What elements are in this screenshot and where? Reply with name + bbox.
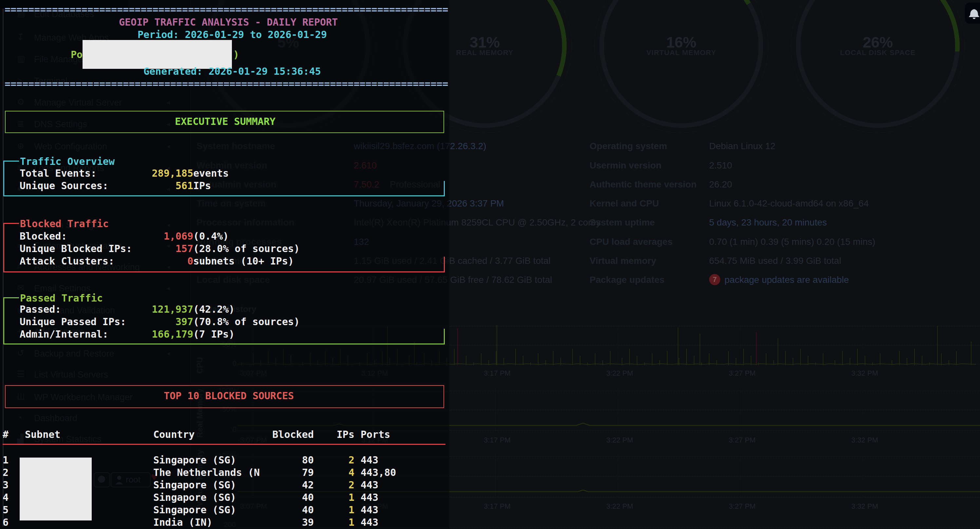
bell-icon (966, 5, 980, 21)
top10-title: TOP 10 BLOCKED SOURCES (164, 390, 294, 402)
package-updates-badge: 7 (709, 274, 720, 285)
stat-row: Unique Passed IPs:397 (70.8% of sources) (20, 315, 445, 328)
redaction-box-subnets (20, 457, 92, 521)
stat-row: Passed:121,937 (42.2%) (20, 303, 445, 315)
screen: ▤Edit Databases ↧Manage Web Apps ▥File M… (0, 0, 980, 529)
terminal-report[interactable]: ========================================… (0, 0, 449, 529)
notifications-button[interactable] (965, 3, 980, 24)
separator-line: ========================================… (5, 3, 449, 16)
local-disk-gauge: 26% LOCAL DISK SPACE (796, 0, 960, 128)
report-period: Period: 2026-01-29 to 2026-01-29 (138, 29, 327, 41)
table-header: # Subnet Country Blocked IPs Ports (3, 429, 447, 441)
separator-line: ========================================… (5, 78, 449, 90)
gauge-label: LOCAL DISK SPACE (826, 48, 930, 57)
stat-row: Unique Sources:561 IPs (20, 180, 445, 192)
gauge-label: VIRTUAL MEMORY (629, 48, 734, 57)
redaction-box-header (83, 40, 232, 69)
stat-row: Unique Blocked IPs:157 (28.0% of sources… (20, 242, 445, 255)
passed-traffic-title: Passed Traffic (20, 292, 103, 304)
blocked-traffic-title: Blocked Traffic (20, 218, 109, 230)
virtual-memory-gauge: 16% VIRTUAL MEMORY (600, 0, 763, 128)
stat-row: Total Events:289,185 events (20, 167, 445, 180)
stat-row: Admin/Internal:166,179 (7 IPs) (20, 328, 445, 341)
stat-row: Blocked:1,069 (0.4%) (20, 230, 445, 242)
redacted-line-prefix: Po (71, 48, 83, 61)
executive-summary-title: EXECUTIVE SUMMARY (175, 115, 275, 128)
stat-row: Attack Clusters:0 subnets (10+ IPs) (20, 255, 445, 268)
package-updates-link[interactable]: package updates are available (724, 275, 849, 285)
traffic-overview-title: Traffic Overview (20, 155, 115, 168)
table-rule (3, 444, 445, 445)
report-generated: Generated: 2026-01-29 15:36:45 (143, 65, 321, 78)
report-title: GEOIP TRAFFIC ANALYSIS - DAILY REPORT (119, 16, 338, 29)
redacted-line-suffix: ) (233, 48, 239, 61)
